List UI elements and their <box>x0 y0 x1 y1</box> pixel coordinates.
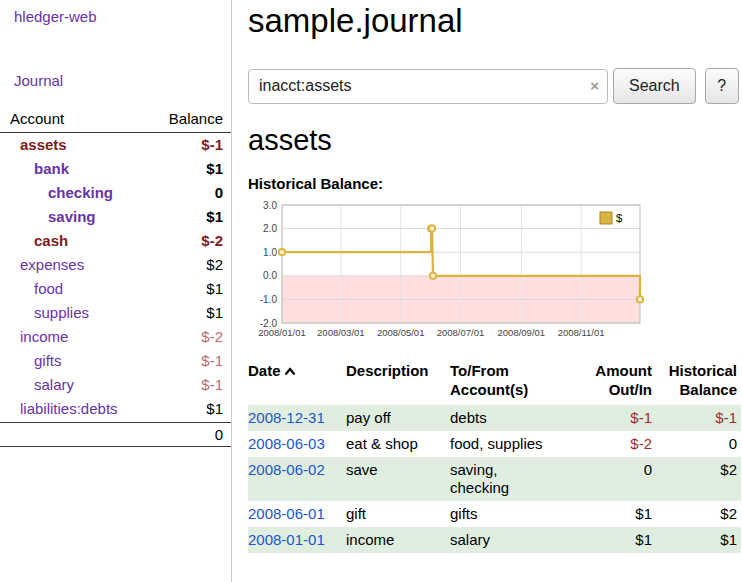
svg-text:2008/03/01: 2008/03/01 <box>317 327 365 338</box>
svg-text:0.0: 0.0 <box>263 270 277 281</box>
transaction-amount: 0 <box>566 457 654 501</box>
transaction-date-link[interactable]: 2008-06-03 <box>248 435 325 452</box>
transaction-date-link[interactable]: 2008-06-02 <box>248 461 325 478</box>
transaction-description: pay off <box>346 405 450 431</box>
account-balance: $1 <box>206 400 223 418</box>
transaction-description: save <box>346 457 450 501</box>
search-form: × Search ? <box>248 68 741 104</box>
accounts-column-header: To/From Account(s) <box>450 361 566 405</box>
transaction-date-cell: 2008-01-01 <box>248 527 346 553</box>
account-link-checking[interactable]: checking <box>0 184 113 202</box>
page-title: sample.journal <box>248 2 741 40</box>
app-title-link[interactable]: hledger-web <box>0 8 231 25</box>
transaction-description: eat & shop <box>346 431 450 457</box>
account-balance: $-2 <box>201 328 223 346</box>
account-link-liabilities-debts[interactable]: liabilities:debts <box>0 400 118 418</box>
account-row: expenses$2 <box>0 253 231 277</box>
transaction-historical-balance: $2 <box>654 501 741 527</box>
accounts-table: Account Balance assets$-1bank$1checking0… <box>0 110 231 447</box>
account-row: food$1 <box>0 277 231 301</box>
transaction-historical-balance: $1 <box>654 527 741 553</box>
accounts-column-header-line2: Account(s) <box>450 381 528 398</box>
clear-search-icon[interactable]: × <box>590 77 599 94</box>
account-row: checking0 <box>0 181 231 205</box>
amount-column-header: Amount Out/In <box>566 361 654 405</box>
transaction-accounts: food, supplies <box>450 431 566 457</box>
amount-column-header-line1: Amount <box>595 362 652 379</box>
account-link-saving[interactable]: saving <box>0 208 96 226</box>
help-button[interactable]: ? <box>705 68 739 104</box>
account-balance: 0 <box>215 184 223 202</box>
main-content: sample.journal × Search ? assets Histori… <box>232 0 742 582</box>
svg-text:$: $ <box>616 212 623 224</box>
account-balance: $2 <box>206 256 223 274</box>
transaction-amount: $-1 <box>566 405 654 431</box>
account-link-gifts[interactable]: gifts <box>0 352 62 370</box>
account-link-income[interactable]: income <box>0 328 68 346</box>
transaction-date-cell: 2008-12-31 <box>248 405 346 431</box>
svg-text:2008/07/01: 2008/07/01 <box>437 327 485 338</box>
transaction-date-link[interactable]: 2008-01-01 <box>248 531 325 548</box>
transaction-date-cell: 2008-06-02 <box>248 457 346 501</box>
date-column-header[interactable]: Date <box>248 361 346 405</box>
account-row: gifts$-1 <box>0 349 231 373</box>
account-link-cash[interactable]: cash <box>0 232 68 250</box>
description-column-header: Description <box>346 361 450 405</box>
accounts-rows: assets$-1bank$1checking0saving$1cash$-2e… <box>0 133 231 421</box>
account-balance: $1 <box>206 280 223 298</box>
account-balance: $1 <box>206 160 223 178</box>
svg-text:2.0: 2.0 <box>263 223 277 234</box>
historical-balance-column-header-line2: Balance <box>679 381 737 398</box>
account-row: supplies$1 <box>0 301 231 325</box>
svg-text:3.0: 3.0 <box>263 200 277 211</box>
account-balance: $-1 <box>201 136 223 154</box>
account-row: income$-2 <box>0 325 231 349</box>
account-link-assets[interactable]: assets <box>0 136 67 154</box>
search-input[interactable] <box>248 69 608 104</box>
account-link-salary[interactable]: salary <box>0 376 74 394</box>
account-balance: $1 <box>206 304 223 322</box>
chart-title: Historical Balance: <box>248 175 741 192</box>
account-link-supplies[interactable]: supplies <box>0 304 89 322</box>
transactions-table-body: 2008-12-31pay offdebts$-1$-12008-06-03ea… <box>248 405 741 553</box>
transaction-amount: $-2 <box>566 431 654 457</box>
account-row: salary$-1 <box>0 373 231 397</box>
transaction-accounts: salary <box>450 527 566 553</box>
account-link-bank[interactable]: bank <box>0 160 69 178</box>
svg-text:2008/01/01: 2008/01/01 <box>258 327 306 338</box>
search-field-wrapper: × <box>248 69 608 104</box>
transaction-row: 2008-01-01incomesalary$1$1 <box>248 527 741 553</box>
transactions-table: Date Description To/From Account(s) Amou… <box>248 361 741 553</box>
account-column-header: Account <box>10 110 64 127</box>
transaction-date-cell: 2008-06-03 <box>248 431 346 457</box>
transaction-row: 2008-06-02savesaving, checking0$2 <box>248 457 741 501</box>
transaction-row: 2008-06-01giftgifts$1$2 <box>248 501 741 527</box>
svg-text:-1.0: -1.0 <box>260 294 278 305</box>
svg-text:-2.0: -2.0 <box>260 318 278 329</box>
search-button[interactable]: Search <box>613 68 696 104</box>
historical-balance-chart: 2008/01/012008/03/012008/05/012008/07/01… <box>248 199 646 349</box>
transaction-date-link[interactable]: 2008-12-31 <box>248 409 325 426</box>
transaction-description: gift <box>346 501 450 527</box>
transaction-historical-balance: 0 <box>654 431 741 457</box>
account-balance: $-2 <box>201 232 223 250</box>
account-link-expenses[interactable]: expenses <box>0 256 84 274</box>
historical-balance-column-header: Historical Balance <box>654 361 741 405</box>
transaction-historical-balance: $2 <box>654 457 741 501</box>
total-balance: 0 <box>215 426 223 443</box>
amount-column-header-line2: Out/In <box>609 381 652 398</box>
account-balance: $-1 <box>201 376 223 394</box>
sidebar: hledger-web Journal Account Balance asse… <box>0 0 232 582</box>
transaction-accounts: gifts <box>450 501 566 527</box>
app-window: hledger-web Journal Account Balance asse… <box>0 0 742 582</box>
transaction-accounts: saving, checking <box>450 457 566 501</box>
transaction-description: income <box>346 527 450 553</box>
historical-balance-column-header-line1: Historical <box>669 362 737 379</box>
svg-text:2008/05/01: 2008/05/01 <box>377 327 425 338</box>
balance-column-header: Balance <box>169 110 223 127</box>
sidebar-item-journal[interactable]: Journal <box>0 72 231 89</box>
date-column-header-label: Date <box>248 362 281 379</box>
account-row: bank$1 <box>0 157 231 181</box>
transaction-date-link[interactable]: 2008-06-01 <box>248 505 325 522</box>
account-link-food[interactable]: food <box>0 280 63 298</box>
